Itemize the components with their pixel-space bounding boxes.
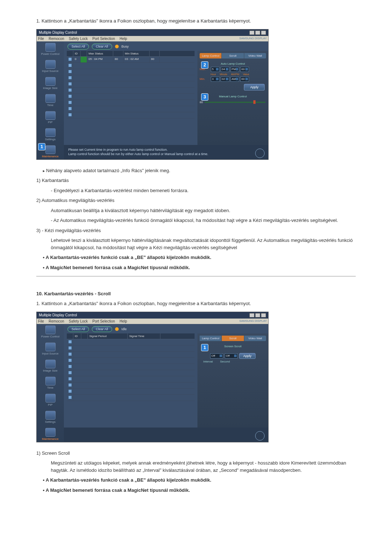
sidebar-item-maintenance[interactable]: 1 Maintenance — [37, 145, 63, 158]
data-table: ID Max Status Min Status 0 05 : 04 PM — [64, 51, 197, 145]
checkbox-icon[interactable] — [68, 101, 72, 104]
sidebar-item-time[interactable]: Time — [37, 94, 63, 107]
checkbox-icon[interactable] — [68, 88, 72, 92]
menu-help[interactable]: Help — [120, 37, 127, 41]
minimize-icon[interactable] — [249, 31, 254, 35]
tab-video-wall[interactable]: Video Wall — [244, 53, 266, 58]
clear-all-button[interactable]: Clear All — [92, 44, 112, 49]
min-hour-select[interactable]: 3 — [211, 77, 220, 82]
col-id: ID — [73, 333, 81, 339]
clear-all-button[interactable]: Clear All — [92, 326, 112, 332]
min-ampm-select[interactable]: AM — [230, 77, 239, 82]
min-value-select[interactable]: 60 — [240, 77, 249, 82]
max-minute-select[interactable]: 04 — [221, 67, 229, 72]
close-icon[interactable] — [261, 313, 266, 317]
sidebar-item-power[interactable]: Power Control — [37, 43, 63, 56]
sidebar: Power Control Input Source Image Size Ti… — [37, 41, 64, 159]
checkbox-icon[interactable] — [68, 70, 72, 73]
close-icon[interactable] — [261, 31, 266, 35]
apply-button[interactable]: Apply — [244, 84, 265, 90]
checkbox-icon[interactable] — [68, 358, 72, 362]
menu-safetylock[interactable]: Safety Lock — [69, 37, 88, 41]
callout-2: 2 — [201, 61, 208, 69]
table-row[interactable]: 0 05 : 04 PM 80 03 : 02 AM 80 — [67, 57, 195, 63]
checkbox-icon[interactable] — [68, 57, 72, 61]
checkbox-icon[interactable] — [68, 371, 72, 374]
checkbox-icon[interactable] — [68, 383, 72, 387]
min-label: Min. — [200, 77, 210, 81]
sidebar-item-pip[interactable]: PIP — [37, 394, 63, 406]
table-row — [67, 352, 195, 358]
second-select[interactable]: Off — [225, 353, 238, 358]
menubar: File Remocon Safety Lock Port Selection … — [37, 319, 268, 324]
minimize-icon[interactable] — [249, 313, 254, 317]
sidebar-item-time[interactable]: Time — [37, 377, 63, 389]
checkbox-icon[interactable] — [68, 365, 72, 368]
checkbox-icon[interactable] — [68, 389, 72, 393]
select-all-button[interactable]: Select All — [68, 326, 89, 332]
checkbox-icon[interactable] — [68, 396, 72, 399]
menu-file[interactable]: File — [38, 319, 44, 323]
sidebar-item-settings[interactable]: Settings — [37, 411, 63, 424]
checkbox-icon[interactable] — [68, 82, 72, 86]
checkbox-icon[interactable] — [68, 76, 72, 80]
menu-remocon[interactable]: Remocon — [49, 319, 64, 323]
brightness-slider[interactable] — [205, 102, 265, 103]
slider-thumb-icon[interactable] — [253, 100, 256, 104]
sidebar-item-power[interactable]: Power Control — [37, 325, 63, 338]
sidebar-item-imagesize[interactable]: Image Size — [37, 360, 63, 372]
sidebar: Power Control Input Source Image Size Ti… — [37, 324, 64, 442]
table-row — [67, 358, 195, 364]
checkbox-icon[interactable] — [68, 94, 72, 98]
maximize-icon[interactable] — [255, 313, 260, 317]
col-minval — [150, 51, 160, 56]
sidebar-item-input[interactable]: Input Source — [37, 343, 63, 355]
tab-scroll[interactable]: Scroll — [222, 53, 244, 58]
checkbox-icon[interactable] — [68, 352, 72, 356]
menu-portselection[interactable]: Port Selection — [93, 319, 115, 323]
chevron-down-icon — [226, 68, 228, 70]
checkbox-icon[interactable] — [68, 64, 72, 67]
tab-scroll[interactable]: Scroll — [222, 336, 244, 341]
tab-video-wall[interactable]: Video Wall — [244, 336, 266, 341]
maximize-icon[interactable] — [255, 31, 260, 35]
sidebar-item-settings[interactable]: Settings — [37, 128, 63, 141]
bullet2-note-1: A Karbantartás-vezérlés funkció csak a „… — [43, 477, 356, 484]
item-3-head: 3) - Kézi megvilágítás-vezérlés — [36, 227, 356, 234]
menu-file[interactable]: File — [38, 37, 44, 41]
tab-lamp-control[interactable]: Lamp Control — [200, 53, 221, 58]
menu-portselection[interactable]: Port Selection — [93, 37, 115, 41]
min-minute-select[interactable]: 02 — [221, 77, 229, 82]
menu-help[interactable]: Help — [120, 319, 127, 323]
callout-1: 1 — [38, 143, 45, 150]
table-row — [67, 382, 195, 389]
checkbox-icon[interactable] — [68, 340, 72, 344]
titlebar: Multiple Display Control — [37, 312, 268, 319]
sidebar-item-pip[interactable]: PIP — [37, 111, 63, 124]
col-signal-time: Signal Time — [128, 333, 160, 339]
select-all-button[interactable]: Select All — [68, 44, 89, 49]
bullet-note-1: A Karbantartás-vezérlés funkció csak a „… — [43, 254, 356, 261]
max-ampm-select[interactable]: PM — [230, 67, 239, 72]
sidebar-item-input[interactable]: Input Source — [37, 60, 63, 73]
sublabel-value: Value — [243, 73, 249, 76]
sidebar-item-imagesize[interactable]: Image Size — [37, 77, 63, 90]
max-value-select[interactable]: 60 — [240, 67, 249, 72]
menu-safetylock[interactable]: Safety Lock — [69, 319, 88, 323]
callout-1b: 1 — [201, 344, 208, 351]
footer-message — [64, 428, 268, 442]
checkbox-icon[interactable] — [68, 113, 72, 117]
checkbox-icon[interactable] — [68, 107, 72, 110]
checkbox-icon[interactable] — [68, 346, 72, 350]
interval-select[interactable]: Off — [210, 353, 223, 358]
apply-button[interactable]: Apply — [239, 353, 256, 359]
table-row — [67, 63, 195, 69]
interval-label: Interval — [203, 360, 213, 363]
max-hour-select[interactable]: 5 — [211, 67, 220, 72]
table-row — [67, 94, 195, 100]
tab-lamp-control[interactable]: Lamp Control — [200, 336, 221, 341]
menu-remocon[interactable]: Remocon — [49, 37, 64, 41]
sidebar-item-maintenance[interactable]: Maintenance — [37, 428, 63, 441]
section-manual-lamp: Manual Lamp Control — [200, 95, 266, 98]
checkbox-icon[interactable] — [68, 377, 72, 381]
